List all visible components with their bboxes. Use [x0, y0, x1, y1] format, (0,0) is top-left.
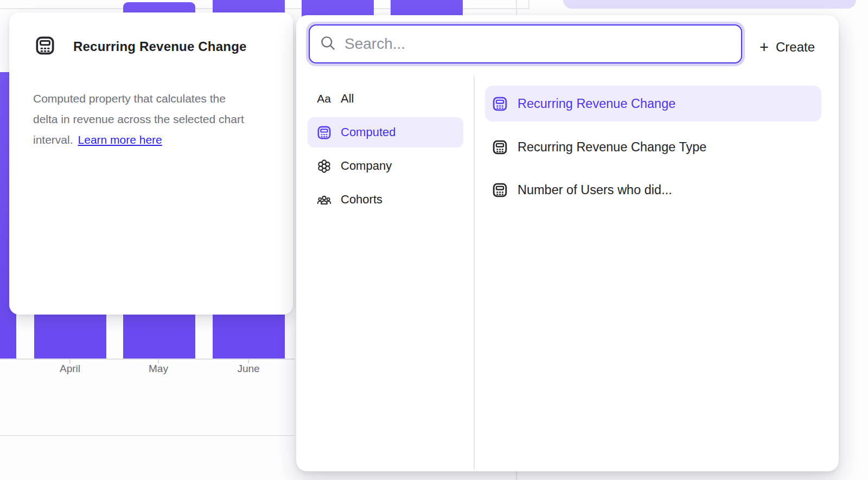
result-item-number-of-users[interactable]: Number of Users who did... — [485, 172, 821, 208]
category-label: Computed — [341, 125, 396, 139]
category-item-cohorts[interactable]: Cohorts — [308, 184, 463, 215]
x-axis-label-may: May — [149, 363, 168, 375]
x-axis-label-june: June — [237, 363, 259, 375]
description-line-end: interval. — [33, 133, 73, 146]
column-divider — [474, 76, 475, 470]
result-item-recurring-revenue-change-type[interactable]: Recurring Revenue Change Type — [485, 129, 821, 165]
create-button-label: Create — [776, 40, 815, 55]
search-field[interactable] — [309, 24, 742, 63]
category-label: All — [341, 92, 354, 106]
learn-more-link[interactable]: Learn more here — [78, 133, 162, 146]
property-picker-modal: + Create Aa All Computed — [296, 15, 839, 471]
calculator-icon — [34, 35, 56, 59]
tooltip-description: Computed property that calculates the de… — [33, 88, 277, 150]
category-label: Company — [341, 159, 392, 173]
property-tooltip-card: Recurring Revenue Change Computed proper… — [9, 12, 293, 315]
text-aa-icon: Aa — [316, 91, 332, 107]
category-item-all[interactable]: Aa All — [308, 84, 463, 114]
description-line: Computed property that calculates the — [33, 88, 277, 109]
cohorts-icon — [316, 191, 332, 208]
x-axis-label-april: April — [60, 363, 80, 375]
calculator-icon — [492, 95, 508, 112]
search-field-halo — [306, 22, 745, 66]
calculator-icon — [316, 124, 332, 140]
result-label: Number of Users who did... — [518, 183, 672, 197]
result-label: Recurring Revenue Change — [518, 97, 675, 111]
screen: April May June Recurring Revenue Change … — [0, 0, 868, 480]
category-label: Cohorts — [341, 193, 382, 207]
company-icon — [316, 158, 332, 174]
cut-off-property-chip[interactable] — [563, 0, 856, 9]
description-line: interval.Learn more here — [33, 130, 277, 150]
category-item-company[interactable]: Company — [308, 151, 463, 181]
chart-gridline-bottom — [0, 435, 295, 436]
create-button[interactable]: + Create — [760, 35, 815, 60]
x-axis-line — [0, 359, 295, 360]
calculator-icon — [492, 139, 508, 156]
chart-plot-right-edge — [528, 0, 529, 9]
tooltip-title: Recurring Revenue Change — [73, 39, 247, 54]
search-input[interactable] — [344, 35, 713, 53]
description-line: delta in revenue across the selected cha… — [33, 109, 277, 130]
result-label: Recurring Revenue Change Type — [518, 140, 706, 155]
plus-icon: + — [760, 40, 769, 55]
calculator-icon — [492, 182, 508, 199]
result-item-recurring-revenue-change[interactable]: Recurring Revenue Change — [485, 86, 821, 121]
search-icon — [320, 35, 336, 54]
category-item-computed[interactable]: Computed — [308, 117, 463, 148]
